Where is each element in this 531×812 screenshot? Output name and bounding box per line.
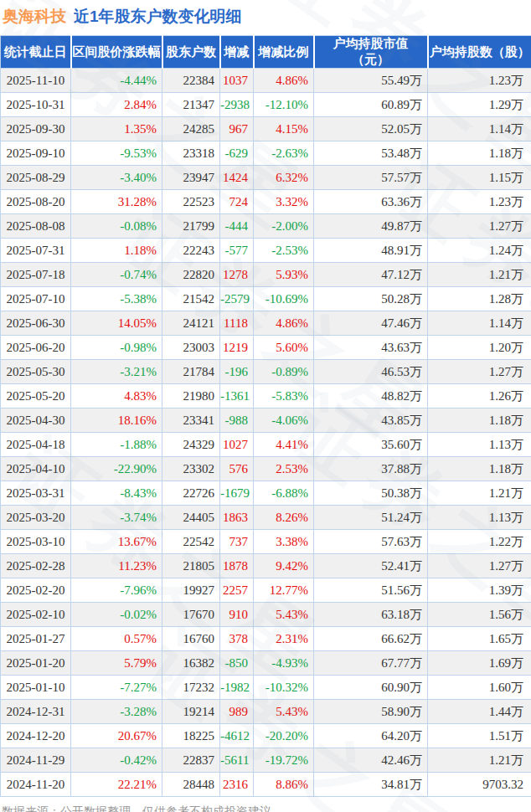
table-row: 2024-12-2020.67%18225-4612-20.20%64.20万1… [1,724,531,748]
change-cell: 1037 [220,69,254,93]
avg-market-value-cell: 47.12万 [314,263,428,287]
change-cell: 1424 [220,166,254,190]
holder-count-cell: 17670 [162,603,220,627]
avg-market-value-cell: 53.48万 [314,141,428,166]
avg-shares-cell: 1.18万 [428,141,531,166]
change-cell: 967 [220,117,254,141]
change-cell: 2257 [220,578,254,603]
avg-market-value-cell: 48.91万 [314,239,428,263]
price-change-cell: 11.23% [71,554,162,578]
price-change-cell: -0.98% [71,336,162,360]
table-row: 2025-06-3014.05%2412111184.86%47.46万1.14… [1,311,531,336]
change-cell: -629 [220,141,254,166]
price-change-cell: 18.16% [71,409,162,433]
holder-count-cell: 22523 [162,190,220,214]
price-change-cell: -7.96% [71,578,162,603]
table-row: 2025-03-20-3.74%2440518638.26%51.24万1.13… [1,506,531,530]
date-cell: 2025-02-28 [1,554,71,578]
price-change-cell: -3.74% [71,506,162,530]
change-cell: 1878 [220,554,254,578]
holder-count-cell: 28448 [162,773,220,797]
table-row: 2025-07-311.18%22243-577-2.53%48.91万1.24… [1,239,531,263]
table-row: 2025-02-2811.23%2180518789.42%52.41万1.27… [1,554,531,578]
holder-count-cell: 21784 [162,360,220,384]
price-change-cell: -0.08% [71,214,162,239]
date-cell: 2025-08-08 [1,214,71,239]
change-pct-cell: 2.53% [254,457,314,481]
table-row: 2025-01-270.57%167603782.31%66.62万1.65万 [1,627,531,651]
holder-count-cell: 23318 [162,141,220,166]
price-change-cell: -3.21% [71,360,162,384]
change-cell: 1863 [220,506,254,530]
avg-market-value-cell: 58.90万 [314,700,428,724]
avg-market-value-cell: 34.81万 [314,773,428,797]
avg-shares-cell: 1.23万 [428,190,531,214]
date-cell: 2025-01-27 [1,627,71,651]
avg-shares-cell: 1.29万 [428,93,531,117]
table-row: 2025-05-204.83%21980-1361-5.83%48.82万1.2… [1,384,531,409]
change-pct-cell: 8.86% [254,773,314,797]
holder-count-cell: 24285 [162,117,220,141]
avg-market-value-cell: 67.77万 [314,651,428,676]
table-row: 2025-08-29-3.40%2394714246.32%57.57万1.15… [1,166,531,190]
holder-count-cell: 18225 [162,724,220,748]
col-header-avg-shares: 户均持股数（股） [428,36,531,69]
table-row: 2025-02-20-7.96%19927225712.77%51.56万1.3… [1,578,531,603]
date-cell: 2025-09-30 [1,117,71,141]
change-cell: -5611 [220,748,254,773]
price-change-cell: -0.02% [71,603,162,627]
price-change-cell: -5.38% [71,287,162,311]
change-cell: 910 [220,603,254,627]
date-cell: 2024-12-20 [1,724,71,748]
avg-shares-cell: 1.14万 [428,117,531,141]
change-cell: -850 [220,651,254,676]
date-cell: 2025-03-10 [1,530,71,554]
holder-count-cell: 16382 [162,651,220,676]
price-change-cell: 20.67% [71,724,162,748]
date-cell: 2025-07-10 [1,287,71,311]
avg-market-value-cell: 35.60万 [314,433,428,457]
avg-market-value-cell: 55.49万 [314,69,428,93]
change-cell: -444 [220,214,254,239]
holder-count-cell: 24405 [162,506,220,530]
avg-market-value-cell: 60.89万 [314,93,428,117]
change-pct-cell: 12.77% [254,578,314,603]
table-row: 2025-06-20-0.98%2300312195.60%43.63万1.20… [1,336,531,360]
avg-shares-cell: 1.56万 [428,603,531,627]
avg-shares-cell: 1.27万 [428,554,531,578]
avg-shares-cell: 9703.32 [428,773,531,797]
table-row: 2025-01-205.79%16382-850-4.93%67.77万1.69… [1,651,531,676]
change-cell: 378 [220,627,254,651]
table-row: 2025-08-2031.28%225237243.32%63.36万1.23万 [1,190,531,214]
change-cell: 1219 [220,336,254,360]
holder-count-cell: 17232 [162,676,220,700]
date-cell: 2025-01-20 [1,651,71,676]
avg-market-value-cell: 50.28万 [314,287,428,311]
change-cell: 1118 [220,311,254,336]
date-cell: 2025-03-20 [1,506,71,530]
change-pct-cell: -6.88% [254,481,314,506]
date-cell: 2025-04-10 [1,457,71,481]
holder-count-cell: 22726 [162,481,220,506]
holder-count-cell: 19927 [162,578,220,603]
change-pct-cell: 2.31% [254,627,314,651]
avg-shares-cell: 1.23万 [428,69,531,93]
avg-shares-cell: 1.13万 [428,433,531,457]
date-cell: 2024-11-20 [1,773,71,797]
change-pct-cell: 5.60% [254,336,314,360]
change-pct-cell: -10.32% [254,676,314,700]
change-pct-cell: 3.38% [254,530,314,554]
holder-count-cell: 23302 [162,457,220,481]
avg-shares-cell: 1.65万 [428,627,531,651]
change-pct-cell: -2.63% [254,141,314,166]
avg-shares-cell: 1.21万 [428,481,531,506]
avg-shares-cell: 1.60万 [428,676,531,700]
avg-market-value-cell: 50.38万 [314,481,428,506]
date-cell: 2025-06-20 [1,336,71,360]
date-cell: 2025-11-10 [1,69,71,93]
holder-count-cell: 23947 [162,166,220,190]
avg-market-value-cell: 48.82万 [314,384,428,409]
table-row: 2025-07-18-0.74%2282012785.93%47.12万1.21… [1,263,531,287]
avg-shares-cell: 1.22万 [428,530,531,554]
price-change-cell: -3.28% [71,700,162,724]
